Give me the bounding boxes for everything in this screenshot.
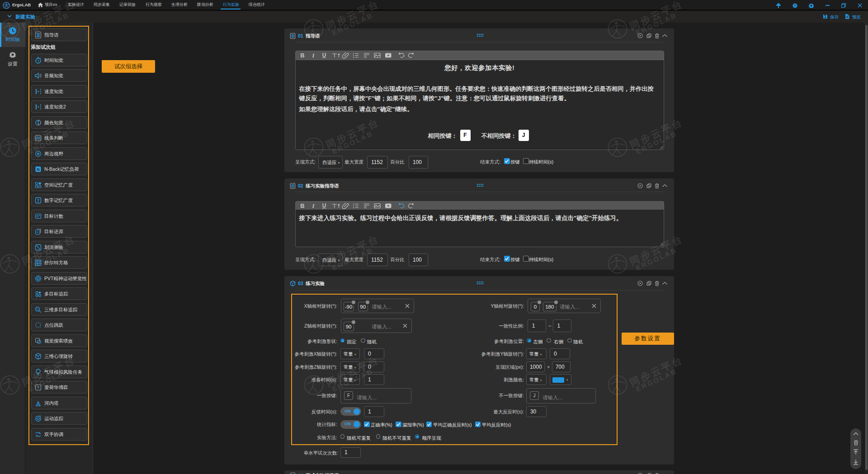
svg-text:N: N <box>37 167 40 172</box>
svg-text:I: I <box>311 52 315 59</box>
svg-text:I: I <box>311 202 315 209</box>
svg-text:?: ? <box>794 4 796 8</box>
svg-text:7: 7 <box>37 198 39 203</box>
svg-text:B: B <box>300 202 304 209</box>
svg-text:B: B <box>300 52 304 59</box>
svg-text:?: ? <box>37 385 39 390</box>
svg-text:U: U <box>322 52 326 58</box>
svg-text:U: U <box>322 202 326 209</box>
